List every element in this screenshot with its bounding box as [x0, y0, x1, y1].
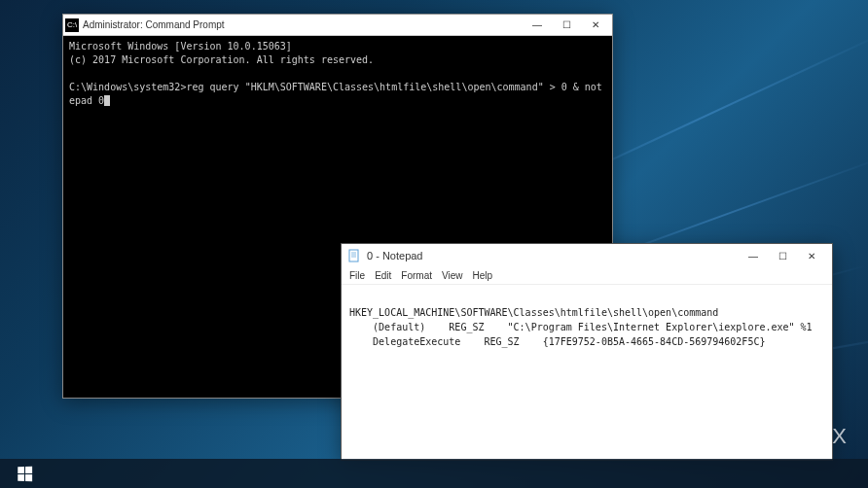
notepad-menubar: File Edit Format View Help: [342, 267, 832, 285]
gear-icon: ⚙: [775, 426, 794, 449]
cursor-icon: [104, 95, 110, 106]
cmd-icon: C:\: [65, 18, 79, 32]
maximize-button[interactable]: ☐: [768, 246, 797, 265]
menu-help[interactable]: Help: [473, 270, 493, 281]
cmd-output-line: (c) 2017 Microsoft Corporation. All righ…: [69, 54, 374, 65]
cmd-titlebar[interactable]: C:\ Administrator: Command Prompt — ☐ ✕: [63, 15, 612, 36]
notepad-window-controls: — ☐ ✕: [739, 246, 826, 265]
cmd-terminal-body[interactable]: Microsoft Windows [Version 10.0.15063] (…: [63, 36, 612, 112]
taskbar: [0, 459, 868, 488]
notepad-content-line: DelegateExecute REG_SZ {17FE9752-0B5A-46…: [349, 336, 765, 347]
minimize-button[interactable]: —: [523, 16, 552, 35]
cmd-output-line: Microsoft Windows [Version 10.0.15063]: [69, 41, 292, 52]
start-button[interactable]: [8, 459, 41, 488]
menu-format[interactable]: Format: [401, 270, 432, 281]
cmd-prompt: C:\Windows\system32>: [69, 82, 186, 92]
maximize-button[interactable]: ☐: [552, 16, 581, 35]
menu-view[interactable]: View: [442, 270, 463, 281]
cmd-title: Administrator: Command Prompt: [83, 19, 523, 30]
notepad-text-area[interactable]: HKEY_LOCAL_MACHINE\SOFTWARE\Classes\html…: [342, 285, 832, 355]
cmd-window-controls: — ☐ ✕: [523, 16, 610, 35]
notepad-icon: [347, 249, 361, 262]
notepad-titlebar[interactable]: 0 - Notepad — ☐ ✕: [342, 244, 832, 267]
notepad-title: 0 - Notepad: [367, 250, 739, 261]
menu-edit[interactable]: Edit: [375, 270, 391, 281]
minimize-button[interactable]: —: [739, 246, 768, 265]
menu-file[interactable]: File: [349, 270, 365, 281]
svg-rect-0: [349, 250, 358, 261]
notepad-content-line: (Default) REG_SZ "C:\Program Files\Inter…: [349, 322, 813, 332]
windows-logo-icon: [18, 466, 32, 480]
close-button[interactable]: ✕: [797, 246, 826, 265]
notepad-content-line: HKEY_LOCAL_MACHINE\SOFTWARE\Classes\html…: [349, 307, 718, 318]
watermark: UG⚙TFIX: [739, 424, 849, 449]
close-button[interactable]: ✕: [581, 16, 610, 35]
